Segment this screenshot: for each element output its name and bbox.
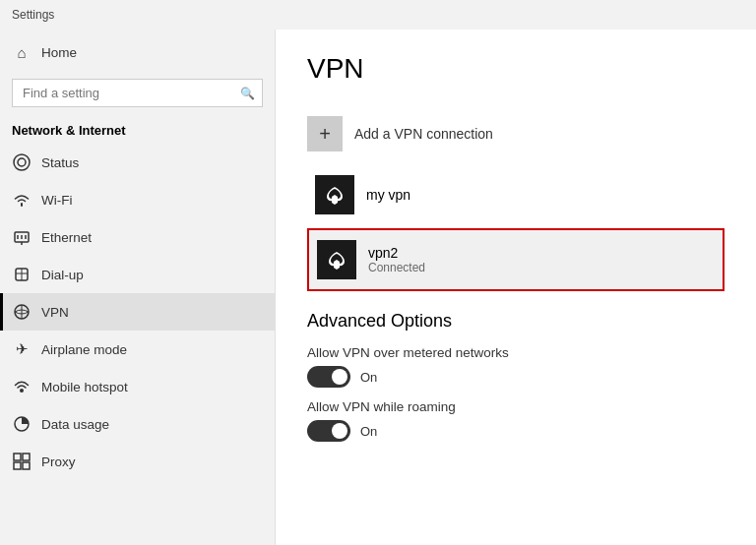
sidebar-item-ethernet[interactable]: Ethernet — [0, 218, 275, 256]
airplane-icon: ✈ — [12, 339, 32, 359]
svg-rect-15 — [23, 454, 30, 460]
search-input[interactable] — [12, 79, 263, 107]
svg-point-0 — [14, 154, 30, 170]
vpn-icon — [12, 302, 32, 322]
toggle-metered-label: On — [360, 370, 377, 385]
vpn-vpn2-info: vpn2 Connected — [368, 245, 425, 274]
sidebar-item-hotspot-label: Mobile hotspot — [41, 380, 128, 394]
sidebar: ⌂ Home 🔍 Network & Internet Status — [0, 30, 276, 545]
vpn-myvpn-icon — [315, 175, 354, 214]
vpn-vpn2-status: Connected — [368, 261, 425, 274]
svg-rect-17 — [23, 462, 30, 469]
wifi-icon — [12, 190, 32, 210]
page-title: VPN — [307, 53, 724, 85]
main-content: VPN + Add a VPN connection my vpn — [276, 30, 756, 545]
option-roaming-label: Allow VPN while roaming — [307, 399, 724, 414]
toggle-metered[interactable] — [307, 366, 350, 388]
add-vpn-label: Add a VPN connection — [354, 126, 493, 142]
toggle-roaming[interactable] — [307, 420, 350, 442]
sidebar-item-datausage-label: Data usage — [41, 417, 109, 432]
add-vpn-button[interactable]: + Add a VPN connection — [307, 108, 724, 159]
dialup-icon — [12, 265, 32, 284]
svg-rect-16 — [14, 462, 21, 469]
proxy-icon — [12, 452, 32, 471]
vpn-vpn2-icon — [317, 240, 356, 279]
sidebar-item-vpn-label: VPN — [41, 305, 69, 320]
search-icon: 🔍 — [240, 87, 255, 100]
vpn-item-myvpn[interactable]: my vpn — [307, 165, 724, 224]
svg-point-1 — [18, 158, 26, 166]
sidebar-item-status[interactable]: Status — [0, 144, 275, 181]
sidebar-item-hotspot[interactable]: Mobile hotspot — [0, 368, 275, 405]
sidebar-item-home-label: Home — [41, 45, 77, 60]
title-bar: Settings — [0, 0, 756, 30]
option-metered-toggle-row: On — [307, 366, 724, 388]
sidebar-item-proxy-label: Proxy — [41, 454, 76, 469]
ethernet-icon — [12, 227, 32, 247]
section-title: Network & Internet — [0, 115, 275, 144]
sidebar-item-dialup[interactable]: Dial-up — [0, 256, 275, 293]
option-metered-label: Allow VPN over metered networks — [307, 345, 724, 360]
sidebar-item-status-label: Status — [41, 155, 79, 170]
vpn-vpn2-name: vpn2 — [368, 245, 425, 261]
sidebar-item-datausage[interactable]: Data usage — [0, 405, 275, 443]
sidebar-item-proxy[interactable]: Proxy — [0, 443, 275, 480]
option-metered: Allow VPN over metered networks On — [307, 345, 724, 388]
sidebar-item-dialup-label: Dial-up — [41, 268, 84, 282]
sidebar-item-airplane[interactable]: ✈ Airplane mode — [0, 331, 275, 368]
vpn-item-vpn2[interactable]: vpn2 Connected — [307, 228, 724, 291]
home-icon: ⌂ — [12, 42, 32, 62]
sidebar-item-airplane-label: Airplane mode — [41, 342, 127, 357]
advanced-options-title: Advanced Options — [307, 311, 724, 332]
sidebar-item-vpn[interactable]: VPN — [0, 293, 275, 331]
search-box: 🔍 — [12, 79, 263, 107]
svg-rect-14 — [14, 454, 21, 460]
datausage-icon — [12, 414, 32, 434]
toggle-roaming-label: On — [360, 424, 377, 439]
hotspot-icon — [12, 377, 32, 396]
sidebar-item-wifi-label: Wi-Fi — [41, 193, 72, 208]
status-icon — [12, 152, 32, 172]
vpn-myvpn-name: my vpn — [366, 187, 410, 203]
sidebar-item-wifi[interactable]: Wi-Fi — [0, 181, 275, 218]
title-bar-label: Settings — [12, 8, 54, 22]
sidebar-item-ethernet-label: Ethernet — [41, 230, 92, 245]
app-container: ⌂ Home 🔍 Network & Internet Status — [0, 30, 756, 545]
vpn-myvpn-info: my vpn — [366, 187, 410, 203]
svg-point-12 — [20, 389, 24, 393]
add-vpn-icon: + — [307, 116, 343, 151]
option-roaming-toggle-row: On — [307, 420, 724, 442]
sidebar-item-home[interactable]: ⌂ Home — [0, 33, 275, 71]
option-roaming: Allow VPN while roaming On — [307, 399, 724, 442]
